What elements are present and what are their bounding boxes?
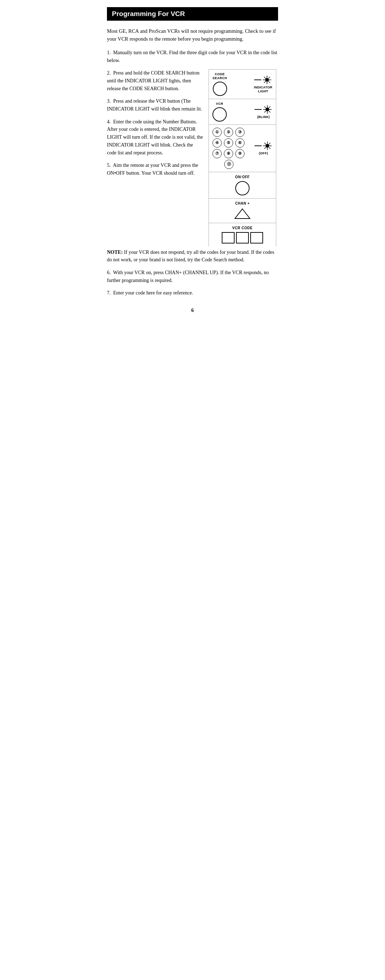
step-1: 1. Manually turn on the VCR. Find the th… (107, 49, 278, 64)
blink-sun-icon (262, 105, 272, 115)
on-off-button (235, 181, 250, 196)
vcr-code-box-2 (236, 232, 249, 243)
note-paragraph: NOTE: NOTE: If your VCR does not respond… (107, 248, 278, 264)
note-label: NOTE: (107, 250, 123, 255)
vcr-code-box-3 (250, 232, 263, 243)
num-0: ⓪ (224, 160, 234, 169)
step-6: 6. With your VCR on, press CHAN+ (CHANNE… (107, 269, 278, 284)
num-8: ⑧ (224, 149, 233, 158)
blink-label: (BLINK) (257, 115, 270, 119)
chan-chevron-icon (234, 207, 251, 220)
vcr-label: VCR (216, 102, 224, 106)
step-7: 7. Enter your code here for easy referen… (107, 289, 278, 297)
numpad: ① ② ③ ④ ⑤ ⑥ ⑦ ⑧ ⑨ (212, 127, 245, 158)
chan-label: CHAN + (235, 201, 250, 206)
svg-point-9 (266, 108, 269, 111)
vcr-button (212, 107, 227, 122)
num-3: ③ (235, 127, 245, 137)
on-off-label: ON·OFF (235, 175, 250, 179)
num-2: ② (224, 127, 233, 137)
svg-point-14 (266, 144, 269, 148)
num-1: ① (212, 127, 222, 137)
code-search-button (213, 82, 227, 96)
svg-marker-15 (235, 209, 250, 218)
vcr-code-label: VCR CODE (232, 226, 253, 230)
num-9: ⑨ (235, 149, 245, 158)
intro-paragraph: Most GE, RCA and ProScan VCRs will not r… (107, 27, 278, 43)
off-label: (OFF) (259, 151, 268, 156)
step-2: 2. Press and hold the CODE SEARCH button… (107, 69, 203, 92)
num-5: ⑤ (224, 138, 233, 148)
page-title: Programming For VCR (107, 7, 278, 21)
step-4: 4. Enter the code using the Number Butto… (107, 118, 203, 156)
indicator-sun-icon (262, 75, 272, 85)
off-sun-icon (262, 141, 272, 151)
step-3: 3. Press and release the VCR button (The… (107, 97, 203, 113)
num-6: ⑥ (235, 138, 245, 148)
num-4: ④ (212, 138, 222, 148)
code-search-label: CODESEARCH (212, 72, 227, 80)
page-number: 6 (107, 308, 278, 313)
num-7: ⑦ (212, 149, 222, 158)
vcr-code-boxes (222, 232, 263, 243)
diagram: CODESEARCH (207, 69, 278, 246)
vcr-code-box-1 (222, 232, 235, 243)
step-5: 5. Aim the remote at your VCR and press … (107, 161, 203, 177)
indicator-light-label: INDICATORLIGHT (254, 86, 272, 94)
svg-point-4 (265, 78, 269, 82)
